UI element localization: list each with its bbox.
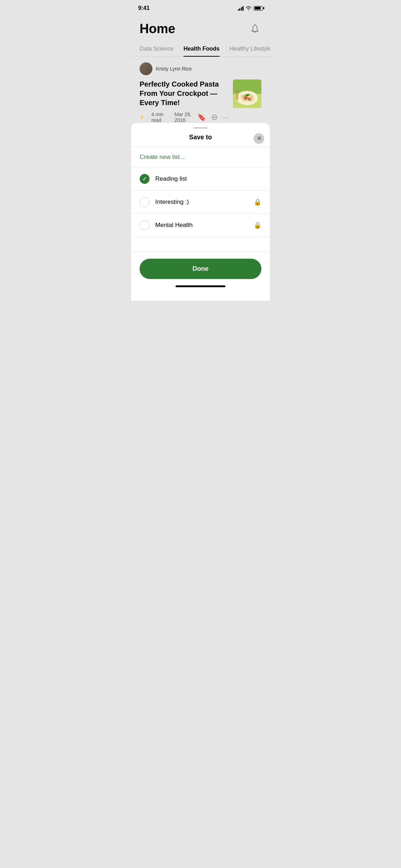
home-indicator	[131, 283, 270, 289]
bottom-sheet: Save to ✕ Create new list... ✓ Reading l…	[131, 123, 270, 301]
done-button[interactable]: Done	[140, 259, 261, 279]
close-icon: ✕	[257, 135, 261, 142]
home-bar	[176, 285, 225, 287]
radio-mental-health[interactable]	[140, 220, 150, 230]
lock-icon-interesting: 🔒	[254, 198, 261, 206]
sheet-header: Save to ✕	[131, 130, 270, 147]
list-item-mental-health[interactable]: Mental Health 🔒	[131, 214, 270, 237]
sheet-handle-area	[131, 123, 270, 130]
list-item-reading[interactable]: ✓ Reading list	[131, 167, 270, 191]
sheet-title: Save to	[189, 134, 212, 141]
checkmark-icon: ✓	[142, 176, 147, 182]
radio-reading[interactable]: ✓	[140, 174, 150, 184]
radio-interesting[interactable]	[140, 197, 150, 207]
close-button[interactable]: ✕	[254, 133, 264, 144]
create-list-label: Create new list...	[140, 154, 185, 160]
create-new-list[interactable]: Create new list...	[131, 147, 270, 167]
list-name-mental-health: Mental Health	[155, 222, 254, 229]
list-name-interesting: Interesting :)	[155, 198, 254, 206]
done-button-area: Done	[131, 252, 270, 283]
list-item-interesting[interactable]: Interesting :) 🔒	[131, 191, 270, 214]
sheet-handle	[193, 127, 208, 129]
list-name-reading: Reading list	[155, 175, 261, 182]
lock-icon-mental-health: 🔒	[254, 221, 261, 229]
spacer	[131, 237, 270, 251]
